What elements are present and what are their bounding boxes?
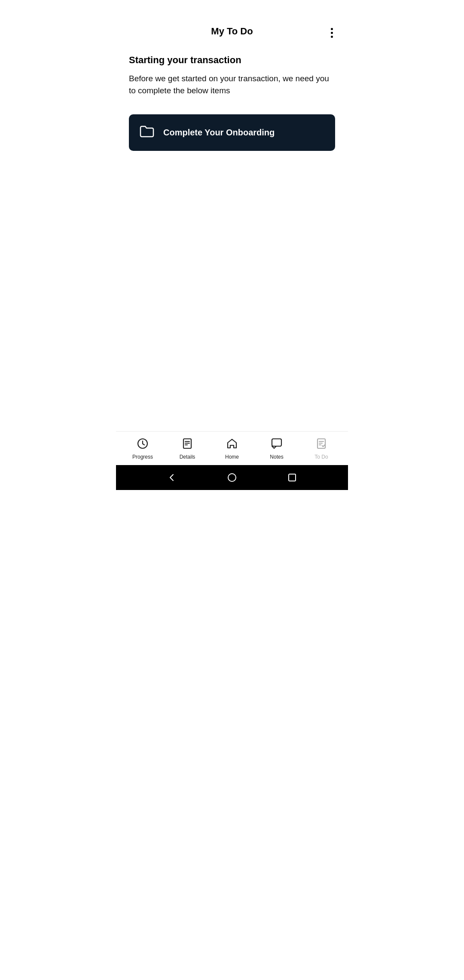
back-arrow-icon[interactable]: [166, 472, 178, 484]
section-subtitle: Before we get started on your transactio…: [129, 73, 335, 97]
dot-1: [331, 28, 333, 30]
header: My To Do: [116, 0, 348, 46]
onboarding-button-label: Complete Your Onboarding: [163, 128, 275, 138]
svg-rect-2: [272, 439, 281, 446]
svg-rect-5: [289, 474, 296, 481]
nav-item-home[interactable]: Home: [210, 438, 254, 460]
main-content: Starting your transaction Before we get …: [116, 46, 348, 151]
nav-label-home: Home: [225, 454, 239, 460]
nav-item-progress[interactable]: Progress: [120, 438, 165, 460]
nav-item-notes[interactable]: Notes: [254, 438, 299, 460]
folder-icon: [139, 124, 155, 141]
nav-label-todo: To Do: [314, 454, 328, 460]
circle-icon[interactable]: [226, 472, 238, 484]
nav-item-todo[interactable]: To Do: [299, 438, 344, 460]
document-icon: [181, 438, 193, 451]
section-title: Starting your transaction: [129, 54, 335, 67]
clock-icon: [137, 438, 149, 451]
dot-2: [331, 32, 333, 34]
page-title: My To Do: [211, 26, 253, 37]
todo-icon: [315, 438, 327, 451]
more-menu-button[interactable]: [329, 26, 335, 40]
home-icon: [226, 438, 238, 451]
android-nav-bar: [116, 465, 348, 490]
svg-point-4: [228, 474, 236, 481]
square-icon[interactable]: [286, 472, 298, 484]
dot-3: [331, 36, 333, 38]
complete-onboarding-button[interactable]: Complete Your Onboarding: [129, 114, 335, 151]
bottom-nav: Progress Details Home Notes: [116, 431, 348, 464]
nav-label-progress: Progress: [132, 454, 153, 460]
nav-label-notes: Notes: [270, 454, 283, 460]
chat-icon: [271, 438, 283, 451]
nav-item-details[interactable]: Details: [165, 438, 210, 460]
nav-label-details: Details: [180, 454, 195, 460]
